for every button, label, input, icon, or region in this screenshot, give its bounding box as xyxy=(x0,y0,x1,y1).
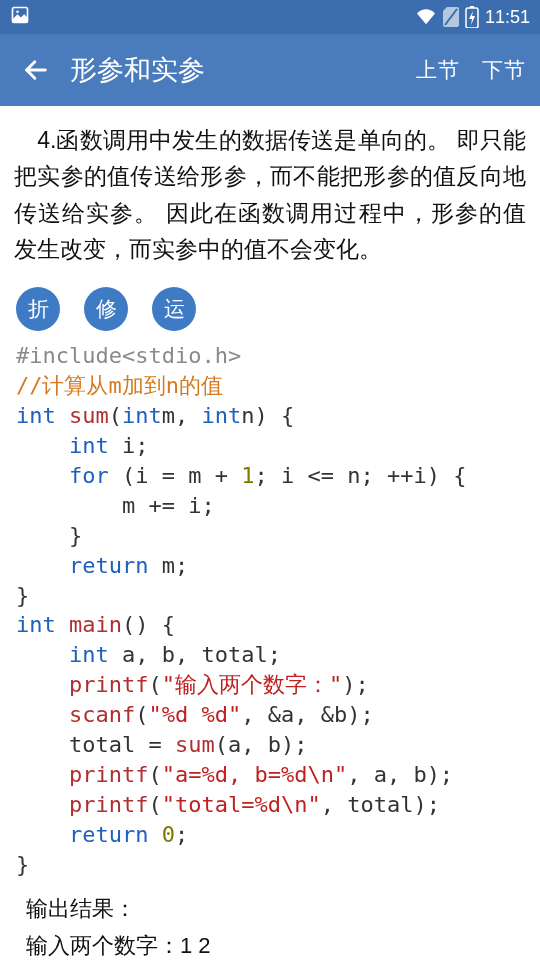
next-link[interactable]: 下节 xyxy=(482,56,526,84)
battery-icon xyxy=(465,6,479,28)
code-include: #include<stdio.h> xyxy=(16,343,241,368)
arrow-left-icon xyxy=(22,56,50,84)
status-right: 11:51 xyxy=(415,6,530,28)
sim-icon xyxy=(443,7,459,27)
status-time: 11:51 xyxy=(485,7,530,28)
code-block: #include<stdio.h> //计算从m加到n的值 int sum(in… xyxy=(12,341,528,879)
output-block: 输出结果： 输入两个数字：1 2 a=1, b=2 total=3 xyxy=(12,880,528,960)
code-comment: //计算从m加到n的值 xyxy=(16,373,223,398)
fix-button[interactable]: 修 xyxy=(84,287,128,331)
back-button[interactable] xyxy=(14,56,58,84)
output-line: 输入两个数字：1 2 xyxy=(26,927,514,960)
svg-point-1 xyxy=(16,10,19,13)
image-icon xyxy=(10,5,30,30)
svg-rect-4 xyxy=(470,6,474,8)
code-toolbar: 折 修 运 xyxy=(12,279,528,341)
app-bar: 形参和实参 上节 下节 xyxy=(0,34,540,106)
fold-button[interactable]: 折 xyxy=(16,287,60,331)
output-label: 输出结果： xyxy=(26,890,514,927)
status-left xyxy=(10,5,30,30)
prev-link[interactable]: 上节 xyxy=(416,56,460,84)
run-button[interactable]: 运 xyxy=(152,287,196,331)
content-area: 4.函数调用中发生的数据传送是单向的。 即只能把实参的值传送给形参，而不能把形参… xyxy=(0,106,540,960)
status-bar: 11:51 xyxy=(0,0,540,34)
wifi-icon xyxy=(415,8,437,26)
page-title: 形参和实参 xyxy=(70,52,394,88)
paragraph-text: 4.函数调用中发生的数据传送是单向的。 即只能把实参的值传送给形参，而不能把形参… xyxy=(12,106,528,279)
